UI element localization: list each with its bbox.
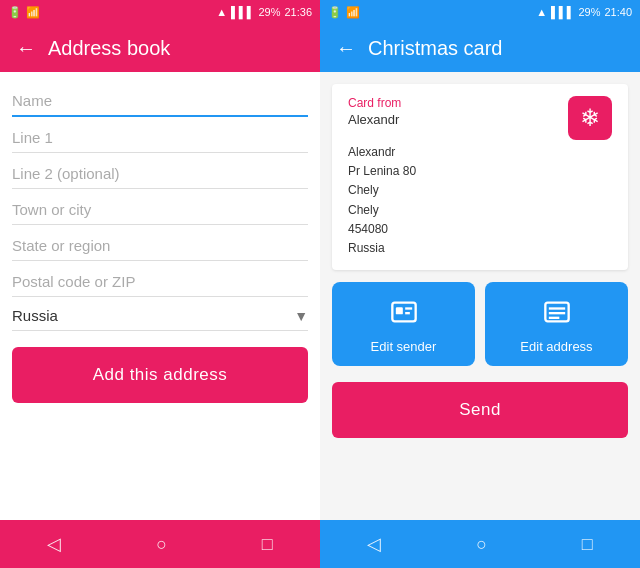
right-panel-title: Christmas card (368, 37, 502, 60)
christmas-card-panel: ← Christmas card Card from Alexandr Alex… (320, 24, 640, 520)
line2-field-container (12, 153, 308, 189)
svg-rect-1 (395, 307, 402, 314)
action-buttons: Edit sender Edit address (332, 282, 628, 366)
edit-address-icon (543, 298, 571, 333)
edit-address-button[interactable]: Edit address (485, 282, 628, 366)
address-book-panel: ← Address book (0, 24, 320, 520)
battery-pct-left: 29% (258, 6, 280, 18)
right-back-button[interactable]: ← (336, 37, 356, 60)
address-line-2: Pr Lenina 80 (348, 162, 568, 181)
battery-icon-left: 🔋 (8, 6, 22, 19)
right-bottom-nav: ◁ ○ □ (320, 520, 640, 568)
country-select[interactable]: Russia United States United Kingdom Germ… (12, 307, 294, 324)
send-button[interactable]: Send (332, 382, 628, 438)
battery-icon-right: 🔋 (328, 6, 342, 19)
name-input[interactable] (12, 90, 308, 111)
card-from-section: Card from Alexandr Alexandr Pr Lenina 80… (348, 96, 568, 258)
left-back-button[interactable]: ← (16, 37, 36, 60)
country-dropdown-arrow: ▼ (294, 308, 308, 324)
home-nav-right[interactable]: ○ (476, 534, 487, 555)
bottom-navigation: ◁ ○ □ ◁ ○ □ (0, 520, 640, 568)
name-field-container (12, 80, 308, 117)
signal-icon-left: 📶 (26, 6, 40, 19)
address-line-3: Chely (348, 181, 568, 200)
country-select-container: Russia United States United Kingdom Germ… (12, 297, 308, 331)
address-form: Russia United States United Kingdom Germ… (0, 72, 320, 520)
signal-bars-left: ▌▌▌ (231, 6, 254, 18)
town-field-container (12, 189, 308, 225)
left-header: ← Address book (0, 24, 320, 72)
recent-nav-left[interactable]: □ (262, 534, 273, 555)
edit-sender-icon (390, 298, 418, 333)
snowflake-icon: ❄ (568, 96, 612, 140)
edit-sender-button[interactable]: Edit sender (332, 282, 475, 366)
address-line-6: Russia (348, 239, 568, 258)
card-preview: Card from Alexandr Alexandr Pr Lenina 80… (332, 84, 628, 270)
town-input[interactable] (12, 199, 308, 220)
back-nav-left[interactable]: ◁ (47, 533, 61, 555)
line1-input[interactable] (12, 127, 308, 148)
left-bottom-nav: ◁ ○ □ (0, 520, 320, 568)
address-line-1: Alexandr (348, 143, 568, 162)
add-address-button[interactable]: Add this address (12, 347, 308, 403)
state-input[interactable] (12, 235, 308, 256)
edit-sender-label: Edit sender (371, 339, 437, 354)
edit-address-label: Edit address (520, 339, 592, 354)
postal-input[interactable] (12, 271, 308, 292)
card-content: Card from Alexandr Alexandr Pr Lenina 80… (320, 72, 640, 520)
wifi-icon-left: ▲ (216, 6, 227, 18)
address-line-4: Chely (348, 201, 568, 220)
wifi-icon-right: ▲ (536, 6, 547, 18)
state-field-container (12, 225, 308, 261)
line2-input[interactable] (12, 163, 308, 184)
signal-bars-right: ▌▌▌ (551, 6, 574, 18)
right-header: ← Christmas card (320, 24, 640, 72)
time-left: 21:36 (284, 6, 312, 18)
time-right: 21:40 (604, 6, 632, 18)
left-panel-title: Address book (48, 37, 170, 60)
card-from-label: Card from (348, 96, 568, 110)
battery-pct-right: 29% (578, 6, 600, 18)
signal-icon-right: 📶 (346, 6, 360, 19)
home-nav-left[interactable]: ○ (156, 534, 167, 555)
line1-field-container (12, 117, 308, 153)
card-address: Alexandr Pr Lenina 80 Chely Chely 454080… (348, 143, 568, 258)
card-from-name: Alexandr (348, 112, 568, 127)
recent-nav-right[interactable]: □ (582, 534, 593, 555)
postal-field-container (12, 261, 308, 297)
back-nav-right[interactable]: ◁ (367, 533, 381, 555)
address-line-5: 454080 (348, 220, 568, 239)
